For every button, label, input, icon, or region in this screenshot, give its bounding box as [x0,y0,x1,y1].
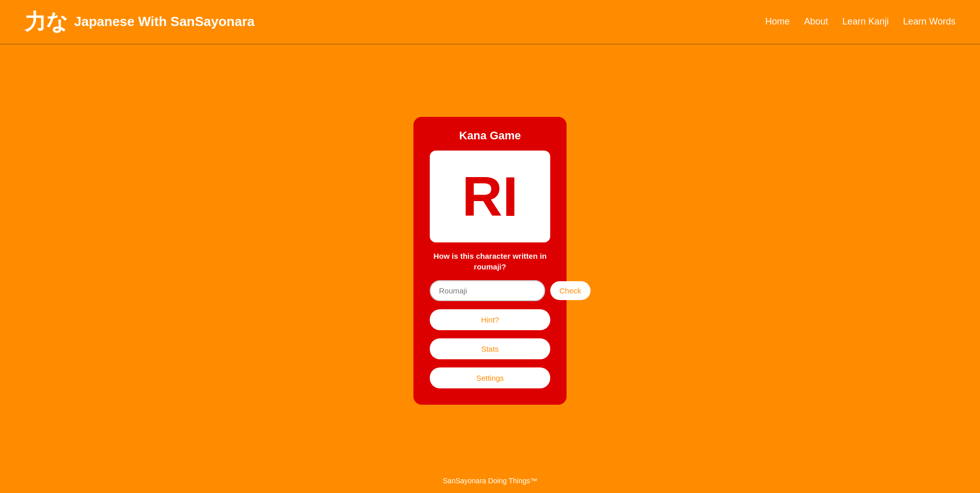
answer-row: Check [430,280,550,301]
hint-button[interactable]: Hint? [430,309,550,330]
kana-character: RI [462,168,518,225]
logo-area: 力な Japanese With SanSayonara [24,11,255,33]
footer-text: SanSayonara Doing Things™ [443,477,537,485]
logo-text: Japanese With SanSayonara [74,14,255,30]
settings-button[interactable]: Settings [430,367,550,388]
site-footer: SanSayonara Doing Things™ [0,466,980,493]
main-content: Kana Game RI How is this character writt… [0,45,980,466]
game-title: Kana Game [459,129,521,142]
question-text: How is this character written in roumaji… [430,251,550,272]
nav-home[interactable]: Home [765,16,790,27]
site-header: 力な Japanese With SanSayonara Home About … [0,0,980,45]
nav-about[interactable]: About [804,16,828,27]
stats-button[interactable]: Stats [430,338,550,359]
nav-learn-words[interactable]: Learn Words [903,16,955,27]
logo-icon: 力な [24,11,68,33]
nav-learn-kanji[interactable]: Learn Kanji [842,16,889,27]
roumaji-input[interactable] [430,280,545,301]
check-button[interactable]: Check [550,281,591,300]
game-card: Kana Game RI How is this character writt… [413,117,567,405]
kana-display-box: RI [430,151,550,242]
main-nav: Home About Learn Kanji Learn Words [765,16,955,27]
